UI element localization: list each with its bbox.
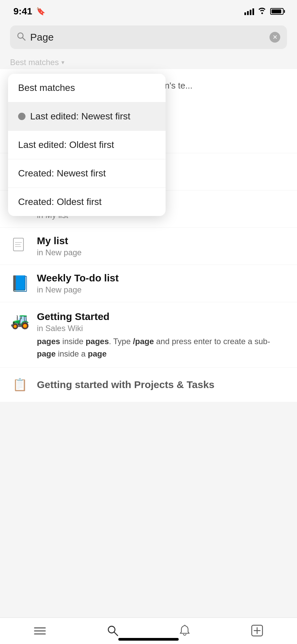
result-title: My list <box>37 235 287 247</box>
result-text: Getting started with Projects & Tasks <box>37 379 287 390</box>
result-subtitle: in New page <box>37 285 287 294</box>
search-nav-icon <box>107 625 118 639</box>
search-clear-button[interactable]: ✕ <box>270 32 280 43</box>
result-title: Getting started with Projects & Tasks <box>37 379 287 390</box>
svg-line-22 <box>114 632 118 636</box>
sort-option-created-oldest[interactable]: Created: Oldest first <box>8 188 166 216</box>
result-text: My list in New page <box>37 235 287 257</box>
search-input[interactable]: Page <box>30 32 265 43</box>
result-item[interactable]: 🚜 Getting Started in Sales Wiki pages in… <box>0 302 297 368</box>
new-page-icon <box>251 625 263 639</box>
sort-dropdown-menu: Best matches Last edited: Newest first L… <box>8 74 166 216</box>
search-icon <box>17 32 25 43</box>
sort-label-text: Best matches <box>10 58 59 67</box>
status-icons <box>244 7 284 16</box>
nav-item-search[interactable] <box>107 625 118 639</box>
signal-icon <box>244 8 254 15</box>
result-icon-emoji: 🚜 <box>10 311 29 330</box>
sort-label-area: Best matches ▾ <box>0 54 297 69</box>
bell-icon <box>179 625 190 639</box>
result-item[interactable]: My list in New page <box>0 228 297 265</box>
wifi-icon <box>257 7 267 16</box>
result-icon-emoji: 📋 <box>10 375 29 394</box>
sort-option-last-edited-oldest[interactable]: Last edited: Oldest first <box>8 131 166 159</box>
battery-icon <box>270 8 284 15</box>
svg-line-1 <box>22 38 25 40</box>
sort-option-last-edited-newest[interactable]: Last edited: Newest first <box>8 102 166 131</box>
sort-option-label: Created: Oldest first <box>18 197 102 207</box>
sort-option-label: Last edited: Newest first <box>30 111 130 122</box>
status-time: 9:41 <box>13 6 32 17</box>
result-subtitle: in New page <box>37 248 287 257</box>
result-subtitle: in Sales Wiki <box>37 324 287 333</box>
result-snippet: pages inside pages. Type /page and press… <box>37 335 287 360</box>
selected-indicator <box>18 113 25 120</box>
nav-item-new-page[interactable] <box>251 625 263 639</box>
search-container: Page ✕ <box>0 20 297 54</box>
home-indicator <box>118 638 179 641</box>
svg-point-21 <box>108 626 115 633</box>
sort-dropdown-trigger[interactable]: Best matches ▾ <box>10 58 64 67</box>
result-title: Getting Started <box>37 311 287 322</box>
bookmark-icon: 🔖 <box>36 7 45 16</box>
menu-icon <box>34 626 46 639</box>
result-title: Weekly To-do list <box>37 272 287 284</box>
result-text: Weekly To-do list in New page <box>37 272 287 294</box>
sort-option-label: Last edited: Oldest first <box>18 140 114 150</box>
sort-option-label: Created: Newest first <box>18 168 106 179</box>
chevron-down-icon: ▾ <box>61 59 64 66</box>
sort-option-best-matches[interactable]: Best matches <box>8 74 166 102</box>
status-bar: 9:41 🔖 <box>0 0 297 20</box>
result-item-partial[interactable]: 📋 Getting started with Projects & Tasks <box>0 368 297 402</box>
result-icon-doc <box>10 236 29 256</box>
result-text: Getting Started in Sales Wiki pages insi… <box>37 311 287 360</box>
sort-option-created-newest[interactable]: Created: Newest first <box>8 159 166 188</box>
nav-item-menu[interactable] <box>34 626 46 639</box>
search-bar[interactable]: Page ✕ <box>10 25 287 49</box>
result-item[interactable]: 📘 Weekly To-do list in New page <box>0 265 297 302</box>
result-icon-emoji: 📘 <box>10 274 29 293</box>
sort-option-label: Best matches <box>18 83 75 93</box>
nav-item-notifications[interactable] <box>179 625 190 639</box>
